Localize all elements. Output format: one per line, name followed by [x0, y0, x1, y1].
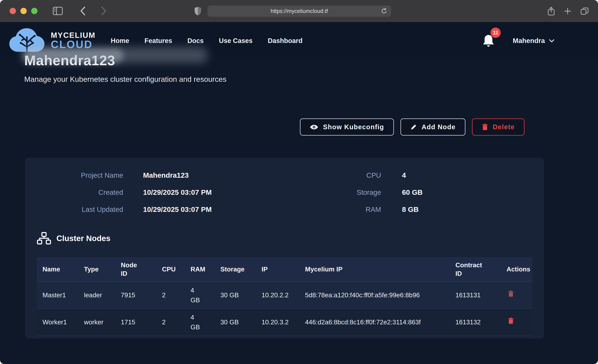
cell-node-id: 1715	[115, 309, 156, 336]
tab-overview-icon[interactable]	[581, 7, 589, 15]
last-updated-label: Last Updated	[25, 206, 143, 214]
table-header-row: Name Type Node ID CPU RAM Storage IP Myc…	[37, 257, 532, 282]
minimize-window-button[interactable]	[20, 8, 27, 14]
storage-label: Storage	[292, 189, 381, 196]
reload-icon[interactable]	[381, 8, 387, 14]
ram-label: RAM	[292, 206, 381, 214]
zoom-window-button[interactable]	[31, 8, 38, 14]
col-type: Type	[78, 257, 115, 282]
page-subtitle: Manage your Kubernetes cluster configura…	[24, 75, 226, 84]
nav-link-use-cases[interactable]: Use Cases	[219, 37, 252, 44]
user-name: Mahendra	[513, 37, 545, 45]
eye-icon	[310, 124, 318, 130]
cpu-label: CPU	[292, 171, 381, 179]
brand-name-line1: MYCELIUM	[51, 31, 95, 39]
cloud-tree-logo-icon	[6, 26, 48, 55]
new-tab-icon[interactable]	[564, 7, 572, 15]
show-kubeconfig-label: Show Kubeconfig	[323, 123, 384, 131]
nav-link-docs[interactable]: Docs	[187, 37, 204, 44]
url-text: https://myceliumcloud.tf	[271, 8, 328, 14]
cell-actions	[501, 309, 532, 336]
cluster-actions: Show Kubeconfig Add Node Delete	[300, 118, 524, 136]
delete-label: Delete	[493, 123, 515, 131]
nav-link-features[interactable]: Features	[144, 37, 172, 44]
col-storage: Storage	[215, 257, 256, 282]
cell-ram: 4 GB	[185, 282, 215, 309]
cell-cpu: 2	[156, 282, 185, 309]
cell-ip: 10.20.3.2	[256, 309, 299, 336]
col-name: Name	[37, 257, 78, 282]
col-contract-id: Contract ID	[450, 257, 501, 282]
nav-link-dashboard[interactable]: Dashboard	[268, 37, 302, 44]
browser-window: https://myceliumcloud.tf	[0, 0, 598, 364]
pencil-icon	[410, 124, 417, 130]
cell-ram: 4 GB	[185, 309, 215, 336]
close-window-button[interactable]	[10, 8, 16, 14]
cell-name: Worker1	[37, 309, 78, 336]
col-mycelium-ip: Mycelium IP	[299, 257, 450, 282]
forward-icon[interactable]	[100, 6, 107, 16]
user-menu[interactable]: Mahendra	[513, 37, 555, 45]
cell-ip: 10.20.2.2	[256, 282, 299, 309]
delete-node-button[interactable]	[507, 290, 514, 297]
cell-mycelium-ip: 446:d2a6:8bcd:8c16:ff0f:72e2:3114:863f	[299, 309, 450, 336]
brand-logo[interactable]: MYCELIUM CLOUD	[6, 26, 95, 55]
project-name-label: Project Name	[25, 171, 143, 179]
col-ram: RAM	[185, 257, 215, 282]
cell-cpu: 2	[156, 309, 185, 336]
chevron-down-icon	[549, 39, 555, 43]
cell-name: Master1	[37, 282, 78, 309]
cell-node-id: 7915	[115, 282, 156, 309]
add-node-button[interactable]: Add Node	[400, 118, 465, 136]
col-ip: IP	[256, 257, 299, 282]
nodes-table: Name Type Node ID CPU RAM Storage IP Myc…	[37, 257, 532, 336]
page-title: Mahendra123	[24, 52, 115, 68]
cell-type: worker	[78, 309, 115, 336]
back-icon[interactable]	[79, 6, 86, 16]
cell-actions	[501, 282, 532, 309]
cpu-value: 4	[381, 171, 544, 179]
address-bar[interactable]: https://myceliumcloud.tf	[208, 6, 391, 17]
share-icon[interactable]	[548, 7, 555, 16]
project-info: Project Name Mahendra123 CPU 4 Created 1…	[25, 158, 544, 214]
browser-chrome: https://myceliumcloud.tf	[0, 0, 598, 22]
col-node-id: Node ID	[115, 257, 156, 282]
delete-cluster-button[interactable]: Delete	[472, 118, 524, 136]
nav-link-home[interactable]: Home	[111, 37, 129, 44]
trash-icon	[482, 124, 488, 131]
brand-name-line2: CLOUD	[51, 39, 95, 50]
last-updated-value: 10/29/2025 03:07 PM	[143, 205, 292, 214]
project-name-value: Mahendra123	[143, 171, 292, 179]
cell-contract-id: 1613132	[450, 309, 501, 336]
sidebar-toggle-icon[interactable]	[53, 7, 63, 15]
cell-type: leader	[78, 282, 115, 309]
org-chart-icon	[37, 232, 51, 245]
notification-badge: 11	[490, 27, 501, 38]
created-value: 10/29/2025 03:07 PM	[143, 188, 292, 196]
shield-icon[interactable]	[194, 7, 201, 16]
cell-storage: 30 GB	[215, 309, 256, 336]
cell-storage: 30 GB	[215, 282, 256, 309]
col-cpu: CPU	[156, 257, 185, 282]
cluster-nodes-heading: Cluster Nodes	[37, 232, 110, 245]
cell-contract-id: 1613131	[450, 282, 501, 309]
col-actions: Actions	[501, 257, 532, 282]
delete-node-button[interactable]	[507, 317, 514, 324]
cell-mycelium-ip: 5d8:78ea:a120:f40c:ff0f:a5fe:99e6:8b96	[299, 282, 450, 309]
cluster-nodes-title: Cluster Nodes	[57, 234, 110, 243]
table-row: Master1 leader 7915 2 4 GB 30 GB 10.20.2…	[37, 282, 532, 309]
project-card: Project Name Mahendra123 CPU 4 Created 1…	[25, 158, 544, 339]
main-nav: Home Features Docs Use Cases Dashboard	[111, 37, 302, 44]
traffic-lights	[10, 8, 38, 14]
add-node-label: Add Node	[422, 123, 456, 131]
show-kubeconfig-button[interactable]: Show Kubeconfig	[300, 118, 394, 136]
storage-value: 60 GB	[381, 188, 544, 196]
ram-value: 8 GB	[381, 205, 544, 214]
notifications-button[interactable]: 11	[482, 34, 495, 48]
created-label: Created	[25, 189, 143, 196]
table-row: Worker1 worker 1715 2 4 GB 30 GB 10.20.3…	[37, 309, 532, 336]
